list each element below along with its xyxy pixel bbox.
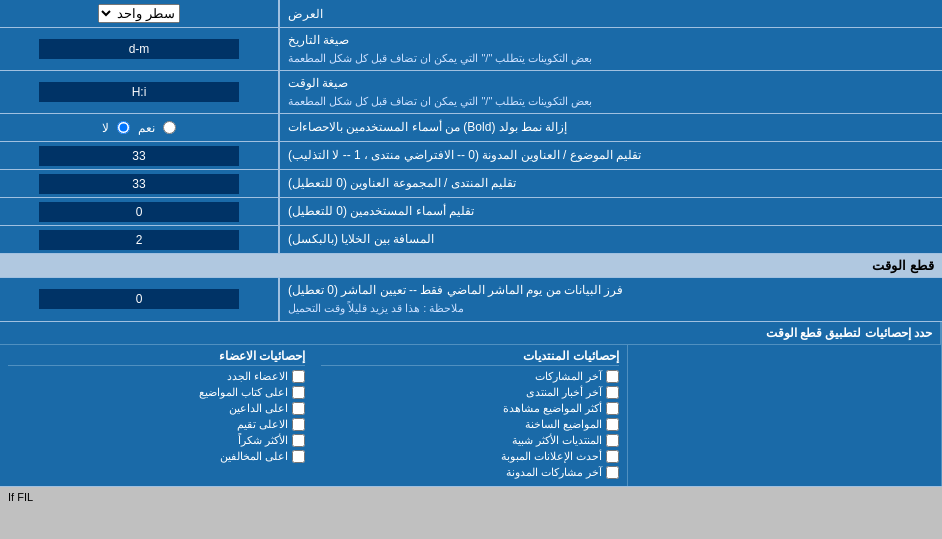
footer-label: If FIL <box>8 491 33 503</box>
time-format-label: صيغة الوقت بعض التكوينات يتطلب "/" التي … <box>280 71 942 113</box>
checkbox-top-online-label: اعلى الداعين <box>229 402 288 415</box>
date-format-input-cell: d-m <box>0 28 280 70</box>
checkboxes-columns: إحصائيات المنتديات آخر المشاركات آخر أخب… <box>0 345 942 486</box>
checkbox-most-thankful-input[interactable] <box>292 434 305 447</box>
topic-titles-label: تقليم الموضوع / العناوين المدونة (0 -- ا… <box>280 142 942 169</box>
checkbox-col-forums: إحصائيات المنتديات آخر المشاركات آخر أخب… <box>313 345 627 486</box>
checkbox-top-rated-input[interactable] <box>292 418 305 431</box>
footer-text: If FIL <box>0 487 942 507</box>
checkbox-most-viewed-label: أكثر المواضيع مشاهدة <box>503 402 602 415</box>
checkbox-popular-forums-input[interactable] <box>606 434 619 447</box>
checkbox-popular-forums: المنتديات الأكثر شبية <box>321 434 618 447</box>
checkbox-most-thankful: الأكثر شكراً <box>8 434 305 447</box>
checkbox-hot-topics-label: المواضيع الساخنة <box>525 418 602 431</box>
checkboxes-header-row: حدد إحصائيات لتطبيق قطع الوقت <box>0 322 942 345</box>
bold-remove-input-cell: نعم لا <box>0 114 280 141</box>
forum-titles-row: تقليم المنتدى / المجموعة العناوين (0 للت… <box>0 170 942 198</box>
checkbox-new-members-label: الاعضاء الجدد <box>227 370 288 383</box>
checkbox-latest-ads: أحدث الإعلانات المبوبة <box>321 450 618 463</box>
display-row: العرض سطر واحد سطرين ثلاثة أسطر <box>0 0 942 28</box>
bold-remove-label: إزالة نمط بولد (Bold) من أسماء المستخدمي… <box>280 114 942 141</box>
bold-no-label: لا <box>102 121 109 135</box>
cell-spacing-input-cell: 2 <box>0 226 280 253</box>
members-stats-header: إحصائيات الاعضاء <box>8 349 305 366</box>
cell-spacing-input[interactable]: 2 <box>39 230 239 250</box>
cutoff-days-label: فرز البيانات من يوم الماشر الماضي فقط --… <box>280 278 942 320</box>
display-select[interactable]: سطر واحد سطرين ثلاثة أسطر <box>98 4 180 23</box>
checkbox-last-posts: آخر المشاركات <box>321 370 618 383</box>
checkbox-top-online-input[interactable] <box>292 402 305 415</box>
date-format-input[interactable]: d-m <box>39 39 239 59</box>
topic-titles-input[interactable]: 33 <box>39 146 239 166</box>
checkbox-top-posters-label: اعلى كتاب المواضيع <box>199 386 288 399</box>
checkbox-last-participations: آخر مشاركات المدونة <box>321 466 618 479</box>
time-format-input-cell: H:i <box>0 71 280 113</box>
bold-no-radio[interactable] <box>117 121 130 134</box>
checkbox-top-online: اعلى الداعين <box>8 402 305 415</box>
checkbox-most-thankful-label: الأكثر شكراً <box>238 434 288 447</box>
checkbox-last-posts-label: آخر المشاركات <box>535 370 602 383</box>
checkbox-top-posters-input[interactable] <box>292 386 305 399</box>
bold-radio-group: نعم لا <box>102 121 176 135</box>
checkbox-col-members: إحصائيات الاعضاء الاعضاء الجدد اعلى كتاب… <box>0 345 313 486</box>
display-input-cell: سطر واحد سطرين ثلاثة أسطر <box>0 0 280 27</box>
checkbox-last-participations-input[interactable] <box>606 466 619 479</box>
display-label: العرض <box>280 0 942 27</box>
time-format-row: صيغة الوقت بعض التكوينات يتطلب "/" التي … <box>0 71 942 114</box>
forum-titles-label: تقليم المنتدى / المجموعة العناوين (0 للت… <box>280 170 942 197</box>
cutoff-days-input[interactable]: 0 <box>39 289 239 309</box>
cell-spacing-label: المسافة بين الخلايا (بالبكسل) <box>280 226 942 253</box>
cutoff-days-row: فرز البيانات من يوم الماشر الماضي فقط --… <box>0 278 942 321</box>
checkbox-top-visitors-input[interactable] <box>292 450 305 463</box>
usernames-input-cell: 0 <box>0 198 280 225</box>
usernames-label: تقليم أسماء المستخدمين (0 للتعطيل) <box>280 198 942 225</box>
checkbox-latest-ads-input[interactable] <box>606 450 619 463</box>
checkbox-hot-topics: المواضيع الساخنة <box>321 418 618 431</box>
checkbox-top-rated-label: الاعلى تقيم <box>237 418 288 431</box>
usernames-row: تقليم أسماء المستخدمين (0 للتعطيل) 0 <box>0 198 942 226</box>
checkbox-last-news-label: آخر أخبار المنتدى <box>526 386 602 399</box>
checkbox-most-viewed: أكثر المواضيع مشاهدة <box>321 402 618 415</box>
checkboxes-main-label: حدد إحصائيات لتطبيق قطع الوقت <box>280 322 942 344</box>
checkbox-last-news: آخر أخبار المنتدى <box>321 386 618 399</box>
checkbox-hot-topics-input[interactable] <box>606 418 619 431</box>
forum-stats-header: إحصائيات المنتديات <box>321 349 618 366</box>
checkbox-most-viewed-input[interactable] <box>606 402 619 415</box>
topic-titles-row: تقليم الموضوع / العناوين المدونة (0 -- ا… <box>0 142 942 170</box>
topic-titles-input-cell: 33 <box>0 142 280 169</box>
forum-titles-input-cell: 33 <box>0 170 280 197</box>
checkbox-last-posts-input[interactable] <box>606 370 619 383</box>
checkbox-top-visitors-label: اعلى المخالفين <box>220 450 288 463</box>
usernames-input[interactable]: 0 <box>39 202 239 222</box>
forum-titles-input[interactable]: 33 <box>39 174 239 194</box>
checkbox-top-visitors: اعلى المخالفين <box>8 450 305 463</box>
cutoff-days-input-cell: 0 <box>0 278 280 320</box>
cell-spacing-row: المسافة بين الخلايا (بالبكسل) 2 <box>0 226 942 254</box>
bold-yes-label: نعم <box>138 121 155 135</box>
time-format-input[interactable]: H:i <box>39 82 239 102</box>
bold-remove-row: إزالة نمط بولد (Bold) من أسماء المستخدمي… <box>0 114 942 142</box>
checkbox-top-posters: اعلى كتاب المواضيع <box>8 386 305 399</box>
checkboxes-area: حدد إحصائيات لتطبيق قطع الوقت إحصائيات ا… <box>0 322 942 487</box>
checkbox-top-rated: الاعلى تقيم <box>8 418 305 431</box>
checkbox-new-members-input[interactable] <box>292 370 305 383</box>
date-format-row: صيغة التاريخ بعض التكوينات يتطلب "/" الت… <box>0 28 942 71</box>
cutoff-section-header: قطع الوقت <box>0 254 942 278</box>
checkbox-latest-ads-label: أحدث الإعلانات المبوبة <box>501 450 602 463</box>
checkbox-new-members: الاعضاء الجدد <box>8 370 305 383</box>
checkboxes-col-header-posts <box>0 322 280 344</box>
checkbox-popular-forums-label: المنتديات الأكثر شبية <box>512 434 602 447</box>
checkbox-col-empty <box>628 345 942 486</box>
checkbox-last-news-input[interactable] <box>606 386 619 399</box>
date-format-label: صيغة التاريخ بعض التكوينات يتطلب "/" الت… <box>280 28 942 70</box>
checkbox-last-participations-label: آخر مشاركات المدونة <box>506 466 602 479</box>
bold-yes-radio[interactable] <box>163 121 176 134</box>
